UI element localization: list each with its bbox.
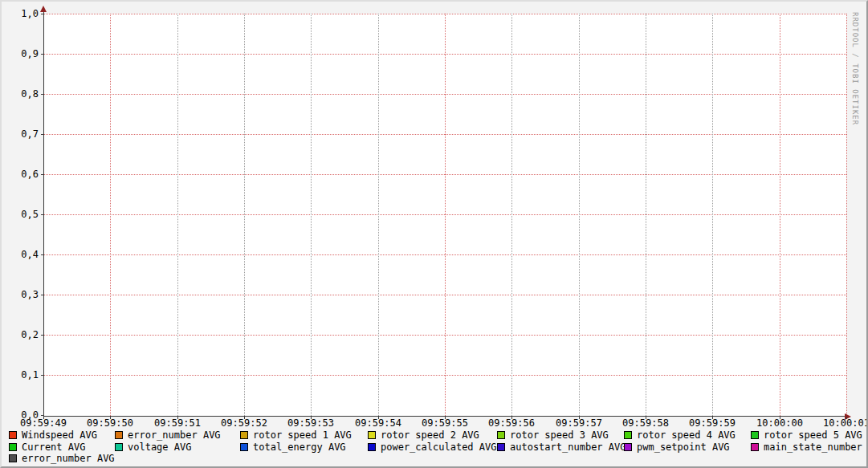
y-axis-tick bbox=[41, 375, 43, 376]
x-axis-label: 09:59:58 bbox=[612, 418, 679, 429]
legend-swatch-icon bbox=[751, 431, 759, 439]
legend-label: error_number AVG bbox=[128, 430, 221, 441]
legend-label: rotor speed 2 AVG bbox=[381, 430, 479, 441]
legend-label: total_energy AVG bbox=[253, 442, 346, 453]
y-axis-tick bbox=[41, 335, 43, 336]
y-axis-label: 0,7 bbox=[2, 129, 39, 140]
y-axis-tick bbox=[41, 295, 43, 295]
v-gridline bbox=[846, 14, 847, 416]
legend-label: power_calculated AVG bbox=[381, 442, 497, 453]
y-axis-label: 0,9 bbox=[2, 49, 39, 59]
y-axis-label: 0,1 bbox=[2, 370, 39, 381]
x-axis-label: 10:00:01 bbox=[813, 418, 868, 429]
legend-swatch-icon bbox=[497, 431, 505, 439]
x-axis-label: 09:59:55 bbox=[411, 418, 479, 429]
x-axis-label: 09:59:53 bbox=[277, 418, 344, 429]
legend-swatch-icon bbox=[751, 443, 759, 451]
y-axis-label: 0,3 bbox=[2, 290, 39, 300]
x-axis-label: 09:59:54 bbox=[344, 418, 412, 429]
v-gridline bbox=[311, 14, 312, 416]
rrdtool-graph: 1,00,90,80,70,60,50,40,30,20,10,009:59:4… bbox=[0, 0, 868, 468]
legend-label: Current AVG bbox=[22, 442, 85, 453]
legend-swatch-icon bbox=[9, 431, 17, 439]
x-axis-label: 09:59:49 bbox=[10, 418, 77, 429]
legend-label: Windspeed AVG bbox=[22, 430, 97, 441]
y-axis-label: 0,2 bbox=[2, 330, 39, 340]
x-axis-label: 09:59:50 bbox=[76, 418, 144, 429]
x-axis-label: 10:00:00 bbox=[746, 418, 813, 429]
legend-label: main_state_number AVG bbox=[764, 442, 868, 453]
y-axis-label: 0,4 bbox=[2, 250, 39, 260]
y-axis-tick bbox=[41, 174, 43, 175]
legend-swatch-icon bbox=[497, 443, 505, 451]
legend-label: error_number AVG bbox=[22, 454, 115, 464]
y-axis-tick bbox=[41, 214, 43, 215]
y-axis-tick bbox=[41, 14, 43, 14]
y-axis-label: 1,0 bbox=[2, 9, 39, 19]
legend-swatch-icon bbox=[240, 443, 248, 451]
v-gridline bbox=[511, 14, 512, 416]
legend-swatch-icon bbox=[368, 431, 376, 439]
legend-swatch-icon bbox=[240, 431, 248, 439]
x-axis-label: 09:59:59 bbox=[679, 418, 746, 429]
x-axis-label: 09:59:56 bbox=[478, 418, 545, 429]
y-axis-arrow-icon bbox=[40, 6, 47, 12]
legend-label: voltage AVG bbox=[128, 442, 191, 453]
v-gridline bbox=[378, 14, 379, 416]
legend-label: rotor speed 4 AVG bbox=[637, 430, 736, 441]
y-axis-line bbox=[43, 11, 44, 417]
legend-label: rotor speed 5 AVG bbox=[764, 430, 862, 441]
x-axis-label: 09:59:51 bbox=[144, 418, 211, 429]
legend-swatch-icon bbox=[115, 431, 123, 439]
v-gridline bbox=[177, 14, 178, 416]
legend-swatch-icon bbox=[624, 431, 632, 439]
legend-label: rotor speed 3 AVG bbox=[510, 430, 609, 441]
y-axis-tick bbox=[41, 254, 43, 255]
v-gridline bbox=[445, 14, 446, 416]
y-axis-label: 0,5 bbox=[2, 210, 39, 220]
v-gridline bbox=[780, 14, 780, 416]
legend-swatch-icon bbox=[9, 443, 17, 451]
y-axis-label: 0,8 bbox=[2, 89, 39, 100]
v-gridline bbox=[646, 14, 646, 416]
x-axis-label: 09:59:52 bbox=[210, 418, 278, 429]
y-axis-tick bbox=[41, 134, 43, 135]
y-axis-label: 0,6 bbox=[2, 169, 39, 180]
legend-swatch-icon bbox=[9, 454, 17, 462]
legend-swatch-icon bbox=[368, 443, 376, 451]
legend-label: rotor speed 1 AVG bbox=[253, 430, 352, 441]
y-axis-tick bbox=[41, 415, 43, 416]
legend-label: autostart_number AVG bbox=[510, 442, 626, 453]
legend-swatch-icon bbox=[115, 443, 123, 451]
y-axis-tick bbox=[41, 94, 43, 95]
v-gridline bbox=[110, 14, 111, 416]
legend-label: pwm_setpoint AVG bbox=[637, 442, 730, 453]
watermark: RRDTOOL / TOBI OETIKER bbox=[851, 12, 859, 125]
legend-swatch-icon bbox=[624, 443, 632, 451]
v-gridline bbox=[712, 14, 713, 416]
v-gridline bbox=[244, 14, 245, 416]
y-axis-tick bbox=[41, 54, 43, 55]
x-axis-label: 09:59:57 bbox=[545, 418, 613, 429]
v-gridline bbox=[579, 14, 580, 416]
